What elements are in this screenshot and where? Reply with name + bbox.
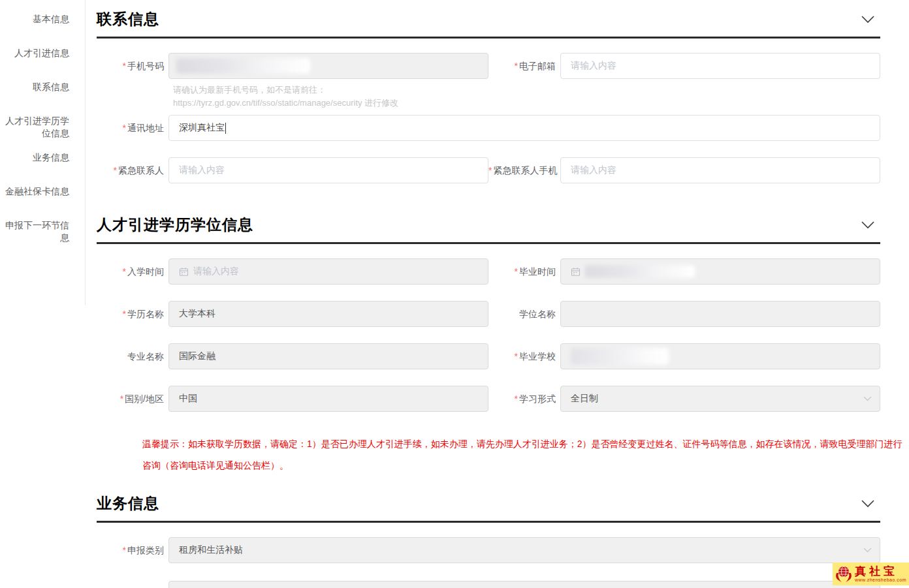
sidebar-item-basic-info[interactable]: 基本信息 [4, 13, 69, 25]
subsidy-amount-select: 15000 [168, 581, 880, 588]
sidebar-item-next-step-info[interactable]: 申报下一环节信息 [4, 219, 69, 244]
subsidy-amount-label: *补贴金额 [97, 581, 168, 588]
field-declare-type: *申报类别 租房和生活补贴 [97, 537, 880, 563]
redacted-phone-value [176, 58, 310, 74]
emergency-phone-label: *紧急联系人手机 [488, 157, 560, 183]
emergency-phone-placeholder: 请输入内容 [571, 164, 616, 176]
degree-name-label: 学位名称 [488, 301, 560, 327]
section-contact-title: 联系信息 [97, 9, 159, 29]
section-contact-body: *手机号码 请确认为最新手机号码，如不是请前往： https://tyrz.gd… [97, 39, 880, 183]
collapse-contact-button[interactable] [855, 12, 880, 27]
study-form-select: 全日制 [560, 386, 880, 412]
collapse-business-button[interactable] [855, 497, 880, 511]
mailing-address-input[interactable]: 深圳真社宝 [168, 115, 880, 141]
section-education-body: *入学时间 请输入内容 *毕业时间 [97, 244, 880, 476]
email-placeholder: 请输入内容 [571, 60, 616, 72]
required-asterisk: * [114, 165, 117, 176]
degree-name-input [560, 301, 880, 327]
section-education-header: 人才引进学历学位信息 [97, 211, 880, 244]
field-emergency-phone: *紧急联系人手机 请输入内容 [488, 157, 880, 183]
form-content: 联系信息 *手机号码 请确认为最新手机号码，如不是请前往： https://ty [86, 0, 909, 588]
grad-date-label: *毕业时间 [488, 258, 560, 285]
redacted-grad-date-value [585, 265, 695, 278]
anchor-nav-sidebar: 基本信息 人才引进信息 联系信息 人才引进学历学位信息 业务信息 金融社保卡信息… [0, 0, 86, 305]
emergency-contact-placeholder: 请输入内容 [179, 164, 225, 176]
study-form-value: 全日制 [571, 393, 598, 405]
mailing-address-value: 深圳真社宝 [179, 122, 225, 134]
emergency-phone-input[interactable]: 请输入内容 [560, 157, 880, 183]
required-asterisk: * [123, 266, 126, 277]
school-input [560, 343, 880, 369]
sidebar-item-social-security-card-info[interactable]: 金融社保卡信息 [4, 185, 69, 198]
field-education-name: *学历名称 大学本科 [97, 301, 488, 327]
school-label: *毕业学校 [488, 343, 560, 369]
chevron-down-icon [861, 15, 875, 24]
field-major: 专业名称 国际金融 [97, 343, 488, 369]
required-asterisk: * [123, 123, 126, 133]
education-warning-text: 温馨提示：如未获取学历数据，请确定：1）是否已办理人才引进手续，如未办理，请先办… [142, 433, 904, 476]
required-asterisk: * [123, 545, 126, 555]
section-contact-info: 联系信息 *手机号码 请确认为最新手机号码，如不是请前往： https://ty [97, 5, 880, 183]
field-mailing-address: *通讯地址 深圳真社宝 [97, 115, 880, 141]
sidebar-item-talent-info[interactable]: 人才引进信息 [4, 47, 69, 59]
sidebar-item-business-info[interactable]: 业务信息 [4, 151, 69, 164]
education-name-input: 大学本科 [168, 301, 488, 327]
logo-name: 真社宝 [855, 565, 906, 578]
major-input: 国际金融 [168, 343, 488, 369]
field-country: *国别/地区 中国 [97, 386, 488, 412]
mobile-phone-label: *手机号码 [97, 53, 168, 79]
section-contact-header: 联系信息 [97, 5, 880, 39]
country-value: 中国 [179, 393, 197, 405]
field-mobile-phone: *手机号码 [97, 53, 488, 79]
required-asterisk: * [123, 61, 126, 71]
zhenshebao-watermark: 真社宝 www.zhenshebao.com [833, 563, 909, 585]
section-business-header: 业务信息 [97, 489, 880, 523]
text-cursor [225, 123, 226, 134]
chevron-down-icon [861, 499, 875, 508]
field-grad-date: *毕业时间 [488, 258, 880, 285]
logo-site-url: www.zhenshebao.com [855, 578, 906, 583]
enroll-date-placeholder: 请输入内容 [193, 266, 239, 277]
section-business-body: *申报类别 租房和生活补贴 *补贴金额 15000 [97, 523, 880, 588]
section-education-title: 人才引进学历学位信息 [97, 215, 253, 235]
country-input: 中国 [168, 386, 488, 412]
section-business-title: 业务信息 [97, 493, 159, 514]
grad-date-input [560, 258, 880, 285]
declare-type-label: *申报类别 [97, 537, 168, 563]
mobile-phone-input [168, 53, 488, 79]
required-asterisk: * [515, 266, 518, 277]
redacted-school-value [571, 348, 669, 365]
calendar-icon [179, 267, 189, 277]
phone-helper-line2: https://tyrz.gd.gov.cn/tif/sso/static/ma… [173, 97, 488, 110]
field-subsidy-amount: *补贴金额 15000 [97, 581, 880, 588]
hands-globe-icon [834, 565, 853, 584]
declare-type-select: 租房和生活补贴 [168, 537, 880, 563]
required-asterisk: * [120, 394, 123, 404]
collapse-education-button[interactable] [855, 218, 880, 232]
major-value: 国际金融 [179, 350, 215, 362]
field-emergency-contact: *紧急联系人 请输入内容 [97, 157, 488, 183]
emergency-contact-input[interactable]: 请输入内容 [168, 157, 488, 183]
field-school: *毕业学校 [488, 343, 880, 369]
country-label: *国别/地区 [97, 386, 168, 412]
education-name-label: *学历名称 [97, 301, 168, 327]
emergency-contact-label: *紧急联系人 [97, 157, 168, 183]
logo-text-block: 真社宝 www.zhenshebao.com [855, 565, 906, 583]
calendar-icon [571, 267, 581, 277]
enroll-date-input: 请输入内容 [168, 258, 488, 285]
phone-helper-line1: 请确认为最新手机号码，如不是请前往： [173, 84, 488, 97]
section-education-degree-info: 人才引进学历学位信息 *入学时间 请输入内容 *毕业时间 [97, 211, 880, 476]
major-label: 专业名称 [97, 343, 168, 369]
required-asterisk: * [515, 61, 518, 71]
field-email: *电子邮箱 请输入内容 [488, 53, 880, 110]
field-degree-name: 学位名称 [488, 301, 880, 327]
enroll-date-label: *入学时间 [97, 258, 168, 285]
field-study-form: *学习形式 全日制 [488, 386, 880, 412]
email-input[interactable]: 请输入内容 [560, 53, 880, 79]
required-asterisk: * [123, 309, 126, 319]
sidebar-item-education-degree-info[interactable]: 人才引进学历学位信息 [4, 115, 69, 140]
study-form-label: *学习形式 [488, 386, 560, 412]
required-asterisk: * [515, 394, 518, 404]
mailing-address-label: *通讯地址 [97, 115, 168, 141]
sidebar-item-contact-info[interactable]: 联系信息 [4, 81, 69, 93]
